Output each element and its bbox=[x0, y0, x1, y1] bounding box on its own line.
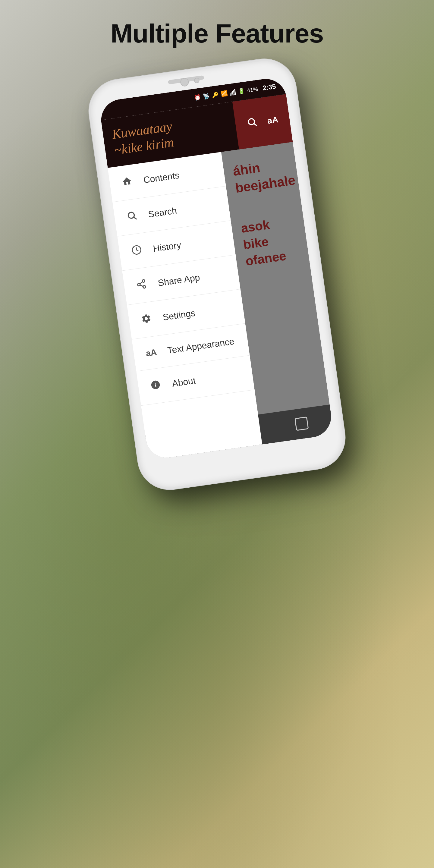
text-appearance-label: Text Appearance bbox=[167, 336, 235, 355]
contents-label: Contents bbox=[143, 170, 180, 185]
svg-point-5 bbox=[248, 119, 255, 125]
share-label: Share App bbox=[157, 272, 200, 288]
settings-label: Settings bbox=[162, 308, 196, 322]
search-label: Search bbox=[148, 206, 178, 220]
share-icon bbox=[135, 278, 153, 293]
svg-line-13 bbox=[140, 282, 143, 284]
svg-line-6 bbox=[254, 123, 257, 126]
text-appearance-icon: aA bbox=[145, 347, 162, 358]
content-text-1: áhin beejahale bbox=[232, 155, 290, 197]
header-actions: aA bbox=[232, 94, 293, 149]
home-icon bbox=[121, 175, 138, 190]
search-icon[interactable] bbox=[246, 116, 258, 130]
svg-point-11 bbox=[143, 285, 146, 288]
svg-rect-1 bbox=[231, 92, 232, 96]
camera-lens bbox=[180, 78, 189, 87]
info-icon bbox=[150, 378, 167, 393]
cast-icon: 📡 bbox=[203, 93, 210, 100]
svg-point-7 bbox=[128, 212, 134, 218]
page-title: Multiple Features bbox=[0, 18, 434, 49]
key-icon: 🔑 bbox=[212, 91, 219, 99]
battery-status: 🔋 bbox=[238, 87, 245, 95]
battery-percentage: 41% bbox=[247, 86, 258, 94]
about-label: About bbox=[172, 375, 196, 389]
alarm-icon: ⏰ bbox=[193, 94, 201, 101]
history-icon bbox=[131, 244, 148, 258]
svg-rect-0 bbox=[230, 93, 231, 96]
content-text-2: asok bike ofanee bbox=[240, 213, 301, 270]
font-size-icon[interactable]: aA bbox=[267, 115, 279, 126]
history-label: History bbox=[153, 240, 182, 254]
status-time: 2:35 bbox=[262, 83, 276, 92]
svg-line-8 bbox=[134, 217, 136, 220]
search-drawer-icon bbox=[126, 209, 143, 224]
camera-sensor bbox=[194, 78, 200, 84]
settings-icon bbox=[141, 312, 158, 327]
wifi-icon: 📶 bbox=[220, 90, 228, 97]
recents-button[interactable] bbox=[294, 416, 309, 431]
svg-rect-2 bbox=[232, 91, 234, 96]
signal-icon bbox=[229, 89, 236, 96]
app-title: Kuwaataay ~kike kirim bbox=[111, 119, 176, 158]
svg-line-12 bbox=[140, 285, 143, 287]
